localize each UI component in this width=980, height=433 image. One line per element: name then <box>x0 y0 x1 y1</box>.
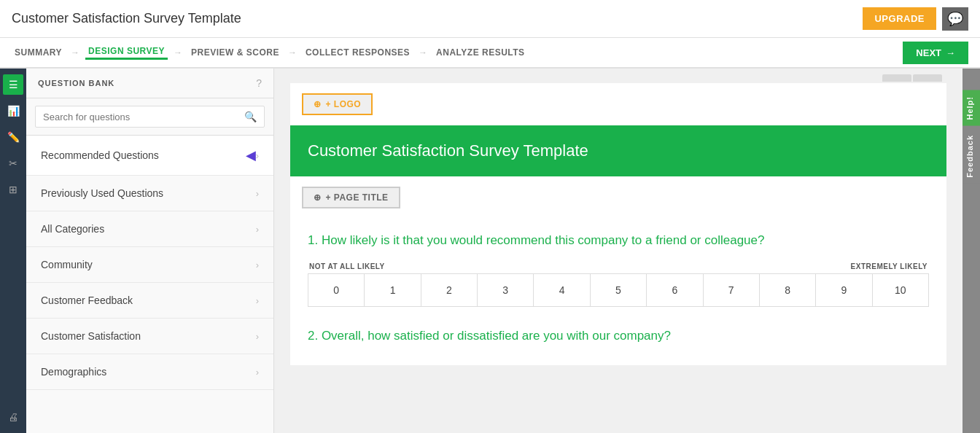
nav-arrow-3: → <box>288 47 297 58</box>
qb-item-customer-satisfaction[interactable]: Customer Satisfaction › <box>26 319 273 354</box>
sidebar-icon-sliders[interactable]: ⊞ <box>3 179 23 200</box>
sidebar-icon-pencil[interactable]: ✏️ <box>3 127 23 147</box>
right-tabs <box>882 74 942 82</box>
nps-cell-7[interactable]: 7 <box>704 274 760 306</box>
qb-item-label-customer-feedback: Customer Feedback <box>41 294 133 306</box>
nps-left-label: NOT AT ALL LIKELY <box>309 262 385 270</box>
plus-circle-icon: ⊕ <box>314 99 322 109</box>
page-title: Customer Satisfaction Survey Template <box>12 11 241 26</box>
upgrade-button[interactable]: UPGRADE <box>863 7 936 30</box>
qb-item-community[interactable]: Community › <box>26 247 273 283</box>
nav-step-analyze[interactable]: ANALYZE RESULTS <box>433 47 528 58</box>
chart-icon: 📊 <box>7 105 20 117</box>
search-icon: 🔍 <box>244 111 257 122</box>
nps-cell-4[interactable]: 4 <box>534 274 590 306</box>
nav-step-collect[interactable]: COLLECT RESPONSES <box>303 47 413 58</box>
right-tab-1[interactable] <box>882 74 911 82</box>
logo-button[interactable]: ⊕ + LOGO <box>302 93 373 115</box>
nps-cell-9[interactable]: 9 <box>816 274 872 306</box>
help-label[interactable]: Help! <box>962 90 980 126</box>
chevron-right-icon-customer-feedback: › <box>256 295 259 306</box>
icon-sidebar: ☰ 📊 ✏️ ✂ ⊞ 🖨 <box>0 69 26 433</box>
question-bank-help-icon[interactable]: ? <box>256 77 262 89</box>
sidebar-icon-print[interactable]: 🖨 <box>3 407 23 427</box>
search-box: 🔍 <box>35 106 265 128</box>
question-bank-list: Recommended Questions ◀ › Previously Use… <box>26 136 273 433</box>
print-icon: 🖨 <box>8 411 18 423</box>
nps-cell-8[interactable]: 8 <box>760 274 816 306</box>
sidebar-icon-chart[interactable]: 📊 <box>3 101 23 121</box>
nps-cell-2[interactable]: 2 <box>421 274 478 306</box>
nav-steps: SUMMARY → DESIGN SURVEY → PREVIEW & SCOR… <box>12 46 528 60</box>
arrow-indicator-recommended: ◀ <box>246 147 256 163</box>
nav-step-preview[interactable]: PREVIEW & SCORE <box>188 47 282 58</box>
qb-item-previously-used[interactable]: Previously Used Questions › <box>26 176 273 211</box>
qb-item-label-customer-satisfaction: Customer Satisfaction <box>41 330 141 342</box>
main-layout: ☰ 📊 ✏️ ✂ ⊞ 🖨 QUESTION BANK ? 🔍 <box>0 69 980 433</box>
qb-item-all-categories[interactable]: All Categories › <box>26 211 273 247</box>
sidebar-icon-survey[interactable]: ☰ <box>3 74 23 95</box>
chevron-right-icon-community: › <box>256 260 259 270</box>
nav-step-design[interactable]: DESIGN SURVEY <box>85 46 168 60</box>
page-title-button-area: ⊕ + PAGE TITLE <box>290 176 946 219</box>
qb-item-recommended[interactable]: Recommended Questions ◀ › <box>26 136 273 176</box>
survey-card: ⊕ + LOGO Customer Satisfaction Survey Te… <box>290 83 946 365</box>
chevron-right-icon-customer-satisfaction: › <box>256 331 259 342</box>
nav-arrow-1: → <box>71 47 79 58</box>
qb-item-label-recommended: Recommended Questions <box>41 149 159 161</box>
nps-cell-6[interactable]: 6 <box>647 274 703 306</box>
nav-arrow-2: → <box>174 47 182 58</box>
survey-header: Customer Satisfaction Survey Template <box>290 125 946 176</box>
question-2-text: 2. Overall, how satisfied or dissatisfie… <box>308 329 929 343</box>
scissors-icon: ✂ <box>9 157 18 169</box>
survey-content: ⊕ + LOGO Customer Satisfaction Survey Te… <box>274 69 962 433</box>
plus-circle-icon-2: ⊕ <box>314 192 322 203</box>
nps-cell-3[interactable]: 3 <box>478 274 534 306</box>
qb-item-demographics[interactable]: Demographics › <box>26 354 273 390</box>
right-tab-2[interactable] <box>913 74 942 82</box>
nav-arrow-4: → <box>419 47 427 58</box>
question-bank-header: QUESTION BANK ? <box>26 69 273 98</box>
qb-item-label-previously-used: Previously Used Questions <box>41 187 163 199</box>
help-sidebar: Help! Feedback <box>962 69 980 433</box>
question-bank-title: QUESTION BANK <box>38 79 114 87</box>
qb-item-customer-feedback[interactable]: Customer Feedback › <box>26 283 273 319</box>
nav-bar: SUMMARY → DESIGN SURVEY → PREVIEW & SCOR… <box>0 38 980 69</box>
nps-cell-1[interactable]: 1 <box>365 274 421 306</box>
arrow-right-icon: → <box>946 47 955 58</box>
search-input[interactable] <box>43 112 240 122</box>
nps-cell-5[interactable]: 5 <box>591 274 647 306</box>
question-2-section: 2. Overall, how satisfied or dissatisfie… <box>290 314 946 365</box>
chevron-right-icon-previously-used: › <box>256 188 259 199</box>
sliders-icon: ⊞ <box>9 184 18 195</box>
question-1-section: 1. How likely is it that you would recom… <box>290 219 946 314</box>
sidebar-icon-scissors[interactable]: ✂ <box>3 153 23 173</box>
logo-button-area: ⊕ + LOGO <box>290 83 946 125</box>
feedback-label[interactable]: Feedback <box>962 129 980 184</box>
nps-cell-0[interactable]: 0 <box>308 274 365 306</box>
question-1-text: 1. How likely is it that you would recom… <box>308 233 929 248</box>
next-button[interactable]: NEXT → <box>903 42 968 64</box>
top-bar-actions: UPGRADE 💬 <box>863 7 968 31</box>
survey-header-title: Customer Satisfaction Survey Template <box>308 141 588 160</box>
qb-item-label-community: Community <box>41 259 93 270</box>
qb-item-label-demographics: Demographics <box>41 366 106 378</box>
nps-cell-10[interactable]: 10 <box>873 274 928 306</box>
survey-icon: ☰ <box>9 79 18 90</box>
top-bar: Customer Satisfaction Survey Template UP… <box>0 0 980 38</box>
pencil-icon: ✏️ <box>7 131 20 143</box>
nps-right-label: EXTREMELY LIKELY <box>851 262 928 270</box>
nps-labels: NOT AT ALL LIKELY EXTREMELY LIKELY <box>308 262 929 270</box>
nps-grid: 012345678910 <box>308 273 929 307</box>
question-bank-panel: QUESTION BANK ? 🔍 Recommended Questions … <box>26 69 274 433</box>
speech-bubble-icon: 💬 <box>947 11 963 27</box>
help-toggle-button[interactable]: 💬 <box>942 7 968 31</box>
page-title-button[interactable]: ⊕ + PAGE TITLE <box>302 187 400 208</box>
question-bank-search-area: 🔍 <box>26 98 273 136</box>
chevron-right-icon-all-categories: › <box>256 224 259 235</box>
chevron-right-icon-recommended: › <box>256 150 259 161</box>
qb-item-label-all-categories: All Categories <box>41 223 104 235</box>
chevron-right-icon-demographics: › <box>256 367 259 378</box>
nav-step-summary[interactable]: SUMMARY <box>12 47 65 58</box>
